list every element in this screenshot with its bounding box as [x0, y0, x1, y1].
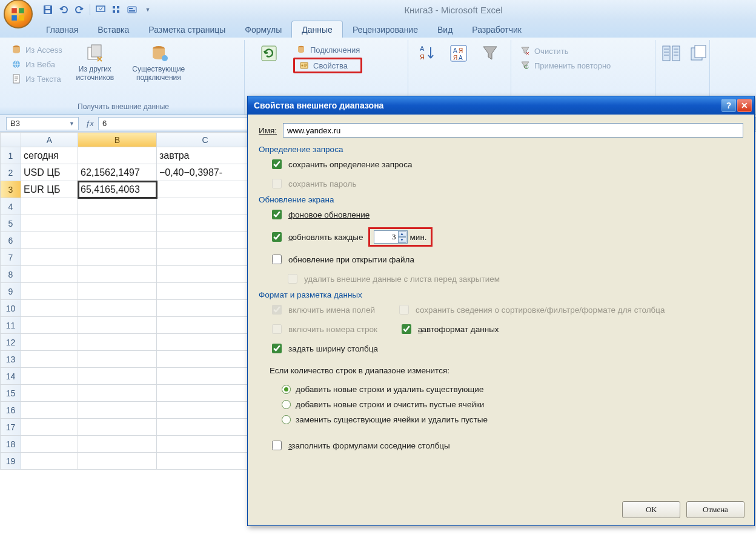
cell[interactable] [157, 368, 254, 385]
cell[interactable] [21, 300, 78, 317]
cell[interactable] [21, 334, 78, 351]
row-header[interactable]: 7 [1, 249, 21, 266]
cell[interactable] [157, 317, 254, 334]
cell[interactable] [78, 266, 157, 283]
sort-button[interactable]: АЯЯА [446, 42, 471, 64]
cell[interactable] [21, 419, 78, 436]
cell[interactable] [157, 453, 254, 470]
cell[interactable] [157, 436, 254, 453]
cell[interactable]: сегодня [21, 147, 78, 164]
fx-button[interactable]: ƒx [84, 118, 96, 130]
row-header[interactable]: 3 [1, 181, 21, 198]
cell[interactable] [157, 266, 254, 283]
sort-asc-button[interactable]: АЯ [414, 42, 440, 64]
chk-refresh-every[interactable]: ообновлять каждые [270, 230, 363, 244]
tab-home[interactable]: Главная [36, 21, 88, 38]
tab-insert[interactable]: Вставка [88, 21, 139, 38]
filter-button[interactable] [477, 42, 503, 64]
help-button[interactable]: ? [721, 99, 736, 112]
radio-add-delete[interactable]: добавить новые строки и удалить существу… [282, 385, 743, 394]
from-text-button[interactable]: Из Текста [8, 72, 65, 85]
cell[interactable] [157, 249, 254, 266]
cell[interactable] [78, 351, 157, 368]
spinner-buttons[interactable]: ▲▼ [398, 231, 406, 243]
cancel-button[interactable]: Отмена [686, 501, 744, 518]
tab-developer[interactable]: Разработчик [462, 21, 531, 38]
cell[interactable]: −0,40−0,3987- [157, 164, 254, 181]
row-header[interactable]: 2 [1, 164, 21, 181]
radio-replace[interactable]: заменить существующие ячейки и удалить п… [282, 415, 743, 424]
cell[interactable] [157, 198, 254, 215]
cell[interactable] [78, 317, 157, 334]
cell[interactable] [21, 198, 78, 215]
row-header[interactable]: 4 [1, 198, 21, 215]
name-box[interactable]: B3 ▼ [6, 117, 79, 130]
cell[interactable]: USD ЦБ [21, 164, 78, 181]
qat-icon-1[interactable] [94, 3, 107, 16]
text-to-columns-button[interactable] [662, 42, 682, 64]
qat-icon-3[interactable] [125, 3, 139, 16]
existing-connections-button[interactable]: Существующие подключения [125, 42, 192, 82]
chevron-down-icon[interactable]: ▼ [69, 121, 75, 127]
save-icon[interactable] [41, 3, 55, 16]
connections-button[interactable]: Подключения [293, 43, 362, 56]
cell[interactable] [21, 453, 78, 470]
office-button[interactable] [4, 0, 33, 28]
cell[interactable] [21, 283, 78, 300]
cell[interactable] [157, 402, 254, 419]
row-header[interactable]: 1 [1, 147, 21, 164]
cell[interactable] [21, 436, 78, 453]
col-header-B[interactable]: B [78, 133, 157, 147]
cell[interactable] [157, 215, 254, 232]
cell[interactable] [21, 249, 78, 266]
cell[interactable] [78, 198, 157, 215]
redo-icon[interactable] [73, 3, 86, 16]
spin-down-icon[interactable]: ▼ [398, 237, 406, 243]
dialog-titlebar[interactable]: Свойства внешнего диапазона ? ✕ [248, 96, 754, 115]
cell[interactable] [21, 232, 78, 249]
cell[interactable] [157, 334, 254, 351]
cell[interactable]: 62,1562,1497 [78, 164, 157, 181]
row-header[interactable]: 15 [1, 385, 21, 402]
undo-icon[interactable] [57, 3, 70, 16]
cell[interactable] [21, 368, 78, 385]
row-header[interactable]: 9 [1, 283, 21, 300]
chk-adjust-col-width[interactable]: задать ширину столбца [270, 342, 743, 355]
clear-filter-button[interactable]: Очистить [517, 44, 613, 58]
qat-icon-2[interactable] [110, 3, 123, 16]
cell[interactable] [78, 300, 157, 317]
row-header[interactable]: 19 [1, 453, 21, 470]
row-header[interactable]: 17 [1, 419, 21, 436]
cell[interactable] [157, 232, 254, 249]
row-header[interactable]: 18 [1, 436, 21, 453]
tab-formulas[interactable]: Формулы [235, 21, 291, 38]
chk-save-query[interactable]: сохранить определение запроса [270, 158, 743, 171]
cell[interactable] [78, 402, 157, 419]
from-web-button[interactable]: Из Веба [8, 58, 65, 71]
spin-up-icon[interactable]: ▲ [398, 231, 406, 237]
chk-refresh-on-open[interactable]: обновление при открытии файла [270, 253, 743, 266]
row-header[interactable]: 6 [1, 232, 21, 249]
cell[interactable]: 65,4165,4063 [78, 181, 157, 198]
radio-add-clear[interactable]: добавить новые строки и очистить пустые … [282, 400, 743, 409]
qat-dropdown-icon[interactable]: ▼ [141, 3, 154, 16]
remove-duplicates-button[interactable] [688, 42, 709, 64]
from-access-button[interactable]: Из Access [8, 43, 65, 56]
cell[interactable] [78, 453, 157, 470]
cell[interactable] [78, 385, 157, 402]
select-all-corner[interactable] [1, 133, 21, 147]
chk-autoformat[interactable]: аавтоформат данных [399, 322, 499, 336]
cell[interactable] [78, 215, 157, 232]
cell[interactable] [21, 385, 78, 402]
col-header-A[interactable]: A [21, 133, 78, 147]
cell[interactable] [78, 436, 157, 453]
cell[interactable] [78, 249, 157, 266]
cell[interactable] [21, 317, 78, 334]
chk-bg-refresh[interactable]: фоновое обновление [270, 208, 743, 221]
row-header[interactable]: 12 [1, 334, 21, 351]
row-header[interactable]: 10 [1, 300, 21, 317]
tab-pagelayout[interactable]: Разметка страницы [139, 21, 235, 38]
properties-button[interactable]: Свойства [293, 58, 362, 73]
tab-view[interactable]: Вид [428, 21, 462, 38]
cell[interactable]: EUR ЦБ [21, 181, 78, 198]
